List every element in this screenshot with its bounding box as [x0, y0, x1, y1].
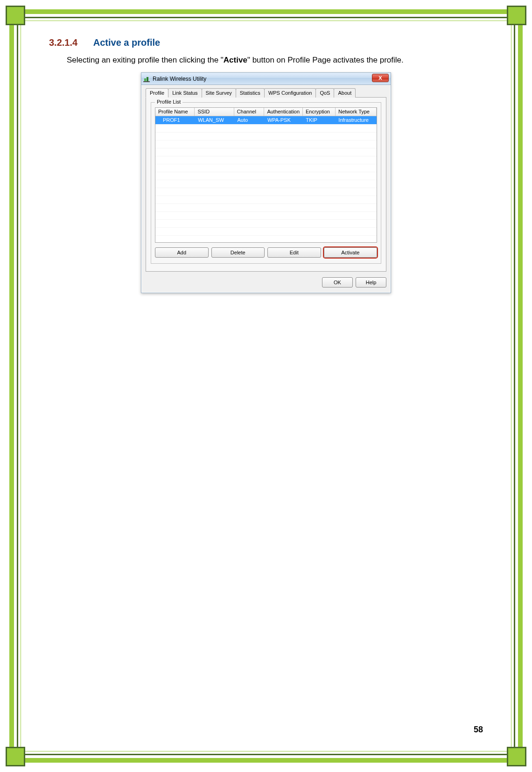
tab-wps[interactable]: WPS Configuration [264, 88, 316, 98]
cell-authentication: WPA-PSK [265, 116, 303, 124]
svg-rect-0 [144, 78, 146, 81]
body-paragraph: Selecting an exiting profile then clicki… [49, 53, 483, 68]
heading-number: 3.2.1.4 [49, 37, 77, 48]
corner-ornament [6, 747, 25, 766]
help-button[interactable]: Help [356, 277, 386, 288]
tab-site-survey[interactable]: Site Survey [202, 88, 236, 98]
cell-channel: Auto [234, 116, 264, 124]
page-number: 58 [474, 725, 483, 735]
tab-panel: Profile List Profile Name SSID Channel A… [146, 98, 386, 272]
add-button[interactable]: Add [155, 247, 209, 258]
body-text-bold: Active [224, 56, 247, 64]
delete-button[interactable]: Delete [211, 247, 265, 258]
tab-profile[interactable]: Profile [146, 88, 168, 98]
ok-button[interactable]: OK [322, 277, 353, 288]
tab-link-status[interactable]: Link Status [168, 88, 202, 98]
table-header: Profile Name SSID Channel Authentication… [155, 108, 377, 116]
app-icon [143, 76, 150, 82]
body-text-post: " button on Profile Page activates the p… [247, 56, 404, 64]
cell-encryption: TKIP [303, 116, 336, 124]
dialog-body: Profile Link Status Site Survey Statisti… [141, 85, 391, 293]
col-ssid[interactable]: SSID [195, 108, 234, 116]
svg-rect-2 [143, 81, 150, 82]
col-channel[interactable]: Channel [234, 108, 265, 116]
cell-ssid: WLAN_SW [195, 116, 234, 124]
col-authentication[interactable]: Authentication [264, 108, 303, 116]
close-icon: X [378, 76, 382, 81]
svg-rect-1 [147, 77, 148, 81]
page-content: 3.2.1.4 Active a profile Selecting an ex… [49, 37, 483, 735]
col-profile-name[interactable]: Profile Name [155, 108, 195, 116]
corner-ornament [6, 6, 25, 25]
cell-network-type: Infrastructure [336, 116, 377, 124]
edit-button[interactable]: Edit [267, 247, 321, 258]
tab-statistics[interactable]: Statistics [236, 88, 265, 98]
app-window: Ralink Wireless Utility X Profile Link S… [141, 72, 391, 293]
table-empty-rows [155, 124, 377, 243]
col-network-type[interactable]: Network Type [336, 108, 377, 116]
body-text-pre: Selecting an exiting profile then clicki… [67, 56, 224, 64]
section-heading: 3.2.1.4 Active a profile [49, 37, 483, 48]
activate-button[interactable]: Activate [324, 247, 378, 258]
close-button[interactable]: X [372, 74, 389, 82]
tab-qos[interactable]: QoS [315, 88, 334, 98]
tab-strip: Profile Link Status Site Survey Statisti… [146, 88, 386, 98]
profile-table[interactable]: Profile Name SSID Channel Authentication… [155, 107, 377, 243]
table-row[interactable]: PROF1 WLAN_SW Auto WPA-PSK TKIP Infrastr… [155, 116, 377, 124]
dialog-footer: OK Help [146, 277, 386, 288]
titlebar[interactable]: Ralink Wireless Utility X [141, 73, 391, 85]
profile-actions: Add Delete Edit Activate [155, 247, 377, 258]
heading-title: Active a profile [93, 37, 160, 48]
fieldset-legend: Profile List [155, 99, 182, 105]
corner-ornament [507, 747, 526, 766]
window-title: Ralink Wireless Utility [153, 76, 206, 82]
tab-about[interactable]: About [334, 88, 356, 98]
col-encryption[interactable]: Encryption [303, 108, 336, 116]
corner-ornament [507, 6, 526, 25]
profile-list-group: Profile List Profile Name SSID Channel A… [151, 102, 381, 264]
cell-profile-name: PROF1 [155, 116, 195, 124]
